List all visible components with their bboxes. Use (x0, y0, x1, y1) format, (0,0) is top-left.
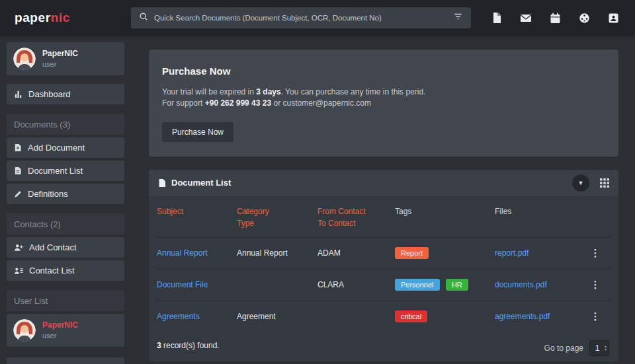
tag-badge: HR (446, 279, 468, 291)
file-icon[interactable] (491, 12, 502, 24)
row-menu-icon[interactable]: ⋮ (589, 279, 602, 291)
top-bar: papernic (0, 0, 635, 36)
goto-page-label: Go to page (544, 344, 583, 353)
main-content: Purchase Now Your trial will be expired … (149, 50, 618, 361)
sidebar-item-document-list[interactable]: Document List (7, 161, 124, 181)
sidebar-item-label: Definitions (28, 189, 68, 199)
top-icon-group (491, 0, 619, 36)
purchase-line-2: For support +90 262 999 43 23 or custome… (162, 98, 605, 109)
column-header-files: Files (495, 205, 589, 230)
category-cell: Annual Report (237, 248, 318, 258)
dashboard-icon (14, 90, 22, 98)
sidebar-item-label: Document List (28, 166, 83, 176)
table-header-row: Subject Category Type From Contact To Co… (157, 196, 611, 237)
number-stepper-icons[interactable]: ▴▾ (605, 345, 607, 351)
page-number-value: 1 (590, 344, 605, 353)
tags-cell: critical (395, 310, 495, 322)
row-menu-icon[interactable]: ⋮ (589, 247, 602, 259)
purchase-line-1: Your trial will be expired in 3 days. Yo… (162, 87, 605, 98)
avatar (13, 319, 36, 342)
pencil-icon (14, 190, 22, 198)
document-list-actions: ▼ (572, 174, 609, 192)
category-cell: Agreement (237, 312, 318, 321)
tags-cell: Personnel HR (395, 279, 495, 291)
sidebar-item-label: Dashboard (28, 89, 71, 99)
sidebar: PaperNIC user Dashboard Documents (3) Ad… (7, 42, 124, 364)
tag-badge: Personnel (395, 279, 440, 291)
contact-list-icon (14, 266, 23, 275)
table-row: Document File CLARA Personnel HR documen… (157, 269, 611, 301)
sidebar-item-contact-list[interactable]: Contact List (7, 260, 124, 281)
sidebar-item-label: Add Document (28, 143, 85, 153)
add-contact-icon (14, 243, 23, 252)
brand-logo[interactable]: papernic (15, 11, 70, 25)
purchase-now-button[interactable]: Purchase Now (162, 122, 233, 142)
profile-role: user (42, 331, 78, 341)
column-header-contacts[interactable]: From Contact To Contact (318, 205, 395, 230)
app-window: papernic (0, 0, 635, 364)
column-header-subject[interactable]: Subject (157, 205, 237, 230)
sidebar-section-contacts: Contacts (2) (7, 213, 124, 235)
sidebar-section-user-list: User List (7, 290, 124, 311)
account-card-icon[interactable] (608, 13, 619, 24)
collapse-button[interactable]: ▼ (572, 174, 589, 192)
document-list-icon (14, 166, 22, 175)
quick-search-box[interactable] (131, 7, 471, 28)
documents-table: Subject Category Type From Contact To Co… (149, 196, 618, 332)
page-number-input[interactable]: 1 ▴▾ (589, 340, 609, 356)
profile-role: user (42, 59, 78, 69)
document-subject-link[interactable]: Document File (157, 280, 208, 289)
search-icon (139, 12, 148, 24)
chevron-down-icon: ▼ (578, 180, 584, 186)
row-menu-icon[interactable]: ⋮ (589, 310, 602, 322)
sidebar-profile-bottom[interactable]: PaperNIC user (7, 314, 124, 347)
brand-logo-part1: paper (15, 11, 51, 24)
contact-cell: ADAM (318, 248, 395, 258)
mail-icon[interactable] (520, 13, 532, 23)
filter-icon[interactable] (453, 12, 463, 24)
grid-view-icon[interactable] (600, 178, 609, 188)
sidebar-item-label: Contact List (29, 266, 75, 275)
sidebar-section-documents: Documents (3) (7, 114, 124, 135)
document-list-title: Document List (158, 178, 231, 188)
pagination: Go to page 1 ▴▾ (544, 340, 609, 356)
table-row: Agreements Agreement critical agreements… (157, 301, 611, 332)
column-header-actions (589, 205, 611, 230)
tag-badge: critical (395, 310, 427, 322)
palette-icon[interactable] (579, 13, 590, 24)
document-list-header: Document List ▼ (149, 170, 618, 196)
tag-badge: Report (395, 247, 429, 259)
purchase-banner: Purchase Now Your trial will be expired … (149, 50, 618, 157)
sidebar-item-dashboard[interactable]: Dashboard (7, 84, 124, 104)
contact-cell: CLARA (318, 280, 395, 289)
calendar-icon[interactable] (550, 13, 561, 24)
sidebar-item-definitions[interactable]: Definitions (7, 184, 124, 204)
profile-name: PaperNIC (42, 48, 78, 59)
purchase-title: Purchase Now (162, 65, 605, 77)
trial-days: 3 days (256, 87, 280, 96)
search-input[interactable] (154, 14, 453, 22)
sidebar-item-add-document[interactable]: Add Document (7, 137, 124, 158)
sidebar-item-clipped (7, 357, 124, 364)
add-document-icon (14, 143, 22, 152)
file-link[interactable]: documents.pdf (495, 280, 547, 289)
tags-cell: Report (395, 247, 495, 259)
support-phone: +90 262 999 43 23 (205, 98, 271, 108)
column-header-category-type[interactable]: Category Type (237, 205, 318, 230)
document-subject-link[interactable]: Annual Report (157, 248, 208, 258)
file-icon (158, 178, 166, 188)
sidebar-item-add-contact[interactable]: Add Contact (7, 237, 124, 258)
sidebar-profile-top[interactable]: PaperNIC user (7, 42, 124, 75)
file-link[interactable]: agreements.pdf (495, 312, 550, 321)
avatar (13, 48, 36, 70)
sidebar-item-label: Add Contact (29, 242, 77, 252)
column-header-tags: Tags (395, 205, 495, 230)
table-row: Annual Report Annual Report ADAM Report … (157, 237, 611, 269)
document-list-card: Document List ▼ Subject Category Ty (149, 170, 618, 361)
document-subject-link[interactable]: Agreements (157, 312, 200, 321)
brand-logo-part2: nic (51, 11, 70, 24)
file-link[interactable]: report.pdf (495, 248, 529, 258)
profile-name: PaperNIC (42, 320, 78, 330)
